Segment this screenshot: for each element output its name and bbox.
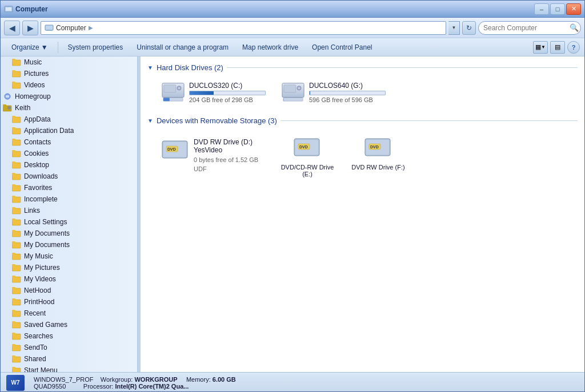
sidebar-item-incomplete[interactable]: Incomplete [1,193,137,205]
minimize-button[interactable]: – [534,3,549,15]
hard-disk-section-header: ▼ Hard Disk Drives (2) [147,63,578,72]
links-icon [12,206,21,215]
help-button[interactable]: ? [567,41,580,54]
memory-value: 6.00 GB [213,376,236,383]
favorites-icon [12,183,21,192]
hard-disk-collapse-arrow[interactable]: ▼ [147,64,153,71]
sidebar-item-appdata-label: AppData [24,115,51,123]
sidebar-item-application-data[interactable]: Application Data [1,125,137,136]
sidebar-item-videos[interactable]: Videos [1,79,137,91]
sidebar-item-shared-label: Shared [24,355,46,363]
system-properties-button[interactable]: System properties [62,40,130,55]
saved-games-icon [12,320,21,329]
sidebar-item-contacts-label: Contacts [24,138,51,146]
contacts-icon [12,138,21,147]
svg-rect-27 [12,173,15,175]
refresh-button[interactable]: ↻ [462,21,476,35]
organize-arrow-icon: ▼ [41,43,48,51]
drive-name-c-drive: DUCLOS320 (C:) [189,82,266,90]
sidebar-item-cookies[interactable]: Cookies [1,148,137,159]
sidebar-item-recent[interactable]: Recent [1,308,137,319]
svg-rect-51 [12,310,15,312]
dvd-icon-e-drive: DVD [294,136,321,161]
window-title: Computer [15,5,48,13]
sidebar-item-homegroup-label: Homegroup [15,92,51,100]
sidebar-item-pictures[interactable]: Pictures [1,68,137,79]
sidebar-item-my-videos[interactable]: My Videos [1,273,137,285]
device-label-d-drive: UDF [194,165,266,172]
sidebar-item-desktop[interactable]: Desktop [1,159,137,171]
sidebar-item-cookies-label: Cookies [24,149,49,157]
sidebar-item-my-pictures[interactable]: My Pictures [1,262,137,273]
os-name: WINDOWS_7_PROF [34,376,94,383]
computer-name: QUAD9550 [34,383,66,390]
sidebar-item-contacts[interactable]: Contacts [1,136,137,148]
status-os-name: WINDOWS_7_PROF Workgroup: WORKGROUP Memo… [34,376,236,383]
sidebar-item-searches[interactable]: Searches [1,330,137,342]
sidebar-item-keith[interactable]: Keith [1,102,137,114]
removable-divider [281,120,578,121]
path-label: Computer [56,24,86,32]
path-dropdown-button[interactable]: ▼ [448,21,460,35]
svg-rect-59 [12,355,15,358]
close-button[interactable]: ✕ [566,3,581,15]
organize-button[interactable]: Organize ▼ [5,40,54,55]
svg-rect-33 [12,207,15,209]
window-icon [4,5,13,14]
sidebar-item-favorites-label: Favorites [24,184,52,192]
sidebar-item-my-documents-2[interactable]: My Documents [1,239,137,250]
back-button[interactable]: ◀ [4,21,20,35]
drive-icon-g-drive [282,83,304,102]
map-drive-button[interactable]: Map network drive [236,40,304,55]
search-button[interactable]: 🔍 [570,23,579,32]
search-input[interactable] [478,21,581,35]
device-info-d-drive: DVD RW Drive (D:) YesVideo 0 bytes free … [194,136,266,172]
sidebar-item-links[interactable]: Links [1,205,137,216]
sidebar-item-printhood[interactable]: PrintHood [1,296,137,308]
sidebar-item-favorites[interactable]: Favorites [1,182,137,193]
sidebar-item-saved-games[interactable]: Saved Games [1,319,137,330]
removable-item-f-drive[interactable]: DVD DVD RW Drive (F:) [344,131,412,183]
sidebar-item-shared[interactable]: Shared [1,353,137,365]
sidebar-item-downloads[interactable]: Downloads [1,171,137,182]
control-panel-button[interactable]: Open Control Panel [306,40,378,55]
uninstall-button[interactable]: Uninstall or change a program [130,40,235,55]
list-view-button[interactable]: ▤ [550,41,565,54]
svg-rect-43 [12,264,15,266]
sidebar-item-downloads-label: Downloads [24,172,58,180]
sidebar-item-appdata[interactable]: AppData [1,114,137,125]
removable-collapse-arrow[interactable]: ▼ [147,118,153,124]
sidebar-item-local-settings[interactable]: Local Settings [1,216,137,228]
sidebar-item-nethood[interactable]: NetHood [1,285,137,296]
my-videos-icon [12,274,21,284]
drive-name-g-drive: DUCLOS640 (G:) [309,82,386,90]
sidebar-item-my-music[interactable]: My Music [1,250,137,262]
sidebar-item-start-menu[interactable]: Start Menu [1,365,137,372]
sidebar-item-homegroup[interactable]: Homegroup [1,91,137,102]
toolbar: Organize ▼ System properties Uninstall o… [1,38,584,56]
memory-label: Memory: [186,376,211,383]
drive-item-c-drive[interactable]: DUCLOS320 (C:) 204 GB free of 298 GB [157,78,271,107]
downloads-icon [12,172,21,181]
title-bar-left: Computer [4,5,48,14]
sidebar-item-searches-label: Searches [24,332,53,340]
removable-item-e-drive[interactable]: DVD DVD/CD-RW Drive (E:) [273,131,342,183]
svg-rect-23 [12,150,15,152]
svg-rect-29 [12,184,15,187]
view-options-button[interactable]: ▦ ▼ [533,41,548,54]
svg-rect-10 [12,82,15,84]
forward-button[interactable]: ▶ [22,21,38,35]
device-name-e-drive: DVD/CD-RW Drive (E:) [278,164,336,177]
sidebar-item-sendto[interactable]: SendTo [1,342,137,353]
sidebar-item-my-documents[interactable]: My Documents [1,228,137,239]
sidebar-item-music[interactable]: Music [1,56,137,68]
svg-rect-17 [12,116,15,118]
svg-rect-31 [12,196,15,198]
svg-rect-3 [45,25,53,30]
removable-item-d-drive[interactable]: DVD DVD RW Drive (D:) YesVideo 0 bytes f… [157,131,271,183]
drive-item-g-drive[interactable]: DUCLOS640 (G:) 596 GB free of 596 GB [277,78,391,107]
recent-icon [12,309,21,318]
maximize-button[interactable]: □ [550,3,565,15]
device-sub-d-drive: 0 bytes free of 1.52 GB [194,156,266,163]
svg-rect-8 [12,70,15,72]
